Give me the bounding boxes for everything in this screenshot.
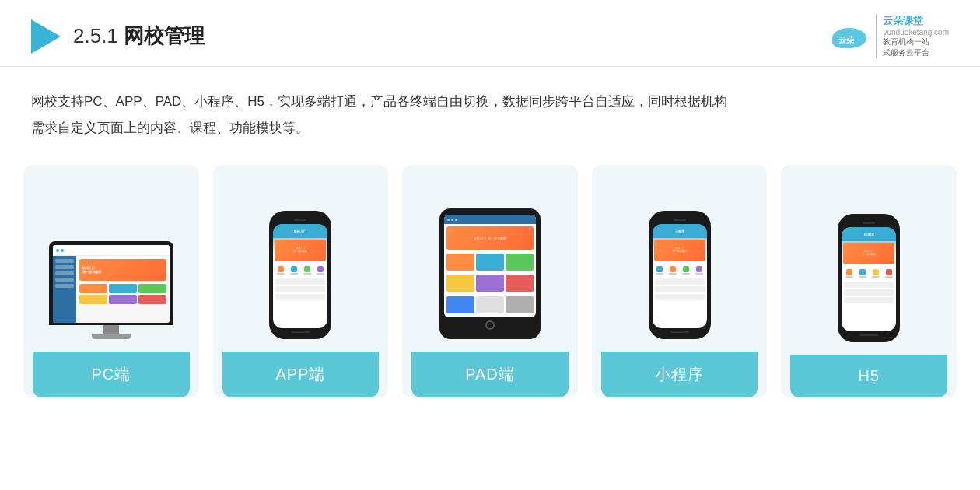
tablet-grid-7 xyxy=(446,296,474,313)
monitor-screen-outer: 轻松入门第一堂兴趣课 xyxy=(49,241,173,325)
grid-item-2 xyxy=(109,284,137,293)
monitor-device: 轻松入门第一堂兴趣课 xyxy=(49,241,173,339)
phone-mini-label-2 xyxy=(669,273,677,275)
monitor-sidebar xyxy=(53,256,76,323)
app-image-area: 轻松入门 轻松入门第一堂兴趣课 xyxy=(269,184,331,339)
tablet-nav xyxy=(444,215,536,224)
grid-item-4 xyxy=(79,295,107,304)
phone-grid-mini xyxy=(653,263,707,277)
grid-item-5 xyxy=(109,295,137,304)
svg-text:云朵: 云朵 xyxy=(838,36,855,44)
phone-h5-icon-3 xyxy=(873,269,879,275)
phone-courses-app xyxy=(273,277,327,328)
cards-section: 轻松入门第一堂兴趣课 xyxy=(0,149,980,421)
course-row-mini-1 xyxy=(655,278,705,285)
phone-speaker-mini xyxy=(674,219,686,221)
miniprogram-card: 小程序 轻松入门第一堂兴趣课 xyxy=(592,165,768,397)
h5-card: H5网页 轻松入门第一堂兴趣课 xyxy=(781,165,957,397)
tablet-grid-1 xyxy=(446,254,474,271)
phone-mini-icon-2 xyxy=(670,266,676,272)
phone-header-h5: H5网页 xyxy=(842,227,896,241)
brand-logo: 云朵 云朵课堂 yunduoketang.com 教育机构一站 式服务云平台 xyxy=(826,14,949,58)
nav-dot-1 xyxy=(56,249,59,252)
monitor-banner: 轻松入门第一堂兴趣课 xyxy=(79,259,166,281)
phone-h5-label-1 xyxy=(845,276,853,278)
tablet-grid-5 xyxy=(476,275,504,292)
course-row-h5-1 xyxy=(844,282,894,288)
phone-speaker-app xyxy=(294,219,306,221)
pad-image-area: 轻松入门 第一堂兴趣课 xyxy=(439,184,541,339)
tablet-device: 轻松入门 第一堂兴趣课 xyxy=(439,208,541,339)
phone-mini-grid-2 xyxy=(667,264,679,275)
phone-h5-grid-3 xyxy=(870,268,881,278)
phone-grid-app xyxy=(273,263,327,277)
phone-h5-grid-1 xyxy=(843,268,855,278)
course-row-2 xyxy=(275,286,325,292)
h5-card-label: H5 xyxy=(790,355,947,397)
phone-header-text-mini: 小程序 xyxy=(675,229,684,233)
monitor-banner-text: 轻松入门第一堂兴趣课 xyxy=(82,266,101,274)
phone-mini-label-3 xyxy=(682,273,690,275)
phone-device-h5: H5网页 轻松入门第一堂兴趣课 xyxy=(838,214,900,342)
course-row-h5-3 xyxy=(844,297,894,303)
brand-name: 云朵课堂 xyxy=(883,14,949,28)
tablet-banner-text: 轻松入门 第一堂兴趣课 xyxy=(474,236,506,240)
phone-header-app: 轻松入门 xyxy=(273,224,327,238)
monitor-grid xyxy=(79,284,166,304)
header: 2.5.1 网校管理 云朵 云朵课堂 yunduoketang.com 教育机构… xyxy=(0,0,980,67)
brand-slogan: 教育机构一站 式服务云平台 xyxy=(883,37,949,58)
pc-card: 轻松入门第一堂兴趣课 xyxy=(23,165,199,397)
monitor-screen-inner: 轻松入门第一堂兴趣课 xyxy=(53,245,170,323)
brand-url: yunduoketang.com xyxy=(883,28,949,37)
tablet-dot-2 xyxy=(451,219,453,221)
description-text: 网校支持PC、APP、PAD、小程序、H5，实现多端打通，产品各终端自由切换，数… xyxy=(31,89,949,142)
tablet-grid-9 xyxy=(506,296,534,313)
phone-content-mini: 小程序 轻松入门第一堂兴趣课 xyxy=(653,224,707,328)
sidebar-item-3 xyxy=(55,271,74,275)
phone-outer-mini: 小程序 轻松入门第一堂兴趣课 xyxy=(649,211,711,339)
page-title: 2.5.1 网校管理 xyxy=(73,23,205,50)
phone-mini-label-4 xyxy=(695,273,703,275)
tablet-grid-4 xyxy=(446,275,474,292)
nav-dot-2 xyxy=(61,249,64,252)
tablet-grid-3 xyxy=(506,254,534,271)
pc-card-label: PC端 xyxy=(33,352,190,397)
phone-screen-app: 轻松入门 轻松入门第一堂兴趣课 xyxy=(273,224,327,328)
phone-h5-grid-2 xyxy=(856,268,868,278)
phone-label-4 xyxy=(317,273,324,275)
phone-banner-text-h5: 轻松入门第一堂兴趣课 xyxy=(862,250,876,257)
phone-header-mini: 小程序 xyxy=(653,224,707,238)
phone-outer-app: 轻松入门 轻松入门第一堂兴趣课 xyxy=(269,211,331,339)
brand-text: 云朵课堂 yunduoketang.com 教育机构一站 式服务云平台 xyxy=(876,14,949,58)
phone-courses-mini xyxy=(653,277,707,328)
phone-mini-label-1 xyxy=(656,273,663,275)
tablet-banner: 轻松入门 第一堂兴趣课 xyxy=(446,226,534,250)
sidebar-item-1 xyxy=(55,259,74,263)
phone-grid-3 xyxy=(301,264,313,275)
tablet-screen: 轻松入门 第一堂兴趣课 xyxy=(444,215,536,317)
phone-h5-label-2 xyxy=(859,276,866,278)
tablet-home-button xyxy=(485,320,495,330)
phone-mini-grid-3 xyxy=(681,264,692,275)
phone-home-app xyxy=(291,331,310,333)
phone-label-3 xyxy=(303,273,311,275)
tablet-grid-8 xyxy=(476,296,504,313)
phone-grid-2 xyxy=(288,264,299,275)
phone-h5-grid-4 xyxy=(883,268,894,278)
tablet-grid-2 xyxy=(476,254,504,271)
page-container: 2.5.1 网校管理 云朵 云朵课堂 yunduoketang.com 教育机构… xyxy=(0,0,980,490)
phone-content-h5: H5网页 轻松入门第一堂兴趣课 xyxy=(842,227,896,331)
tablet-grid-6 xyxy=(506,275,534,292)
phone-banner-app: 轻松入门第一堂兴趣课 xyxy=(275,240,326,261)
app-card: 轻松入门 轻松入门第一堂兴趣课 xyxy=(213,165,389,397)
course-row-mini-3 xyxy=(655,294,705,300)
sidebar-item-5 xyxy=(55,284,74,288)
phone-h5-icon-4 xyxy=(886,269,892,275)
cloud-logo-icon: 云朵 xyxy=(826,21,873,52)
course-row-h5-2 xyxy=(844,289,894,296)
miniprogram-image-area: 小程序 轻松入门第一堂兴趣课 xyxy=(649,184,711,339)
phone-h5-label-4 xyxy=(885,276,893,278)
pc-image-area: 轻松入门第一堂兴趣课 xyxy=(49,184,173,339)
phone-banner-mini: 轻松入门第一堂兴趣课 xyxy=(654,240,705,261)
tablet-grid xyxy=(444,252,536,317)
